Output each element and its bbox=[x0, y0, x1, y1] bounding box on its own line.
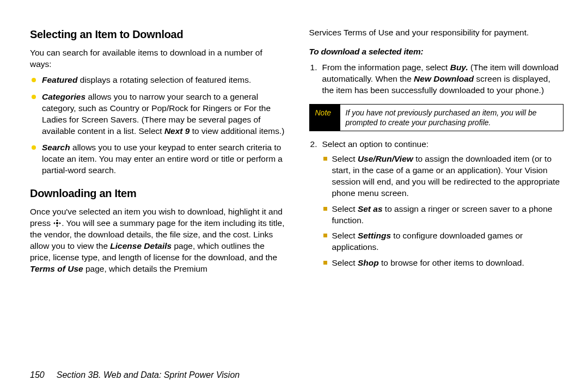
bold-buy: Buy. bbox=[450, 63, 468, 72]
intro-para: You can search for available items to do… bbox=[30, 47, 285, 70]
cont-para: Services Terms of Use and your responsib… bbox=[309, 27, 564, 39]
bold-license: License Details bbox=[110, 241, 171, 250]
bold-new-download: New Download bbox=[414, 74, 474, 83]
note-box: Note If you have not previously purchase… bbox=[309, 104, 564, 131]
ways-list: Featured displays a rotating selection o… bbox=[30, 75, 285, 176]
text: to view additional items.) bbox=[189, 126, 284, 136]
text: Select bbox=[332, 204, 358, 213]
bold-setas: Set as bbox=[358, 204, 383, 213]
svg-point-0 bbox=[56, 222, 58, 224]
bold-use: Use/Run/View bbox=[358, 154, 413, 163]
text: page, which details the Premium bbox=[83, 264, 207, 273]
bullet-search: Search allows you to use your keypad to … bbox=[30, 142, 285, 176]
bullet-categories: Categories allows you to narrow your sea… bbox=[30, 91, 285, 137]
text: Select bbox=[332, 154, 358, 163]
right-column: Services Terms of Use and your responsib… bbox=[309, 27, 564, 279]
bullet-featured: Featured displays a rotating selection o… bbox=[30, 75, 285, 86]
bold-featured: Featured bbox=[42, 75, 77, 84]
opt-shop: Select Shop to browse for other items to… bbox=[322, 258, 564, 269]
section-title: Section 3B. Web and Data: Sprint Power V… bbox=[57, 370, 240, 379]
text: allows you to use your keypad to enter s… bbox=[42, 143, 283, 175]
text: to browse for other items to download. bbox=[379, 258, 524, 267]
page-number: 150 bbox=[30, 370, 45, 379]
bold-categories: Categories bbox=[42, 92, 85, 101]
bold-shop: Shop bbox=[358, 258, 379, 267]
steps-list: From the information page, select Buy. (… bbox=[309, 62, 564, 269]
page-body: Selecting an Item to Download You can se… bbox=[0, 0, 588, 279]
bold-next9: Next 9 bbox=[164, 126, 190, 136]
opt-setas: Select Set as to assign a ringer or scre… bbox=[322, 204, 564, 226]
text: displays a rotating selection of feature… bbox=[77, 75, 251, 84]
page-footer: 150Section 3B. Web and Data: Sprint Powe… bbox=[30, 370, 240, 380]
note-label: Note bbox=[310, 105, 340, 131]
step-1: From the information page, select Buy. (… bbox=[309, 62, 564, 131]
options-list: Select Use/Run/View to assign the downlo… bbox=[322, 154, 564, 269]
bold-search: Search bbox=[42, 143, 70, 152]
opt-settings: Select Settings to configure downloaded … bbox=[322, 230, 564, 253]
step-2: Select an option to continue: Select Use… bbox=[309, 139, 564, 269]
bold-settings: Settings bbox=[358, 231, 391, 240]
nav-key-icon bbox=[53, 219, 62, 228]
note-text: If you have not previously purchased an … bbox=[340, 105, 564, 131]
subhead-download: To download a selected item: bbox=[309, 46, 564, 58]
download-para: Once you've selected an item you wish to… bbox=[30, 206, 285, 275]
text: Select bbox=[332, 231, 358, 240]
text: Select bbox=[332, 258, 358, 267]
bold-terms: Terms of Use bbox=[30, 264, 83, 273]
opt-use: Select Use/Run/View to assign the downlo… bbox=[322, 154, 564, 199]
text: Select an option to continue: bbox=[322, 139, 429, 149]
text: From the information page, select bbox=[322, 63, 450, 72]
heading-selecting: Selecting an Item to Download bbox=[30, 27, 285, 42]
heading-downloading: Downloading an Item bbox=[30, 186, 285, 201]
left-column: Selecting an Item to Download You can se… bbox=[30, 27, 285, 279]
